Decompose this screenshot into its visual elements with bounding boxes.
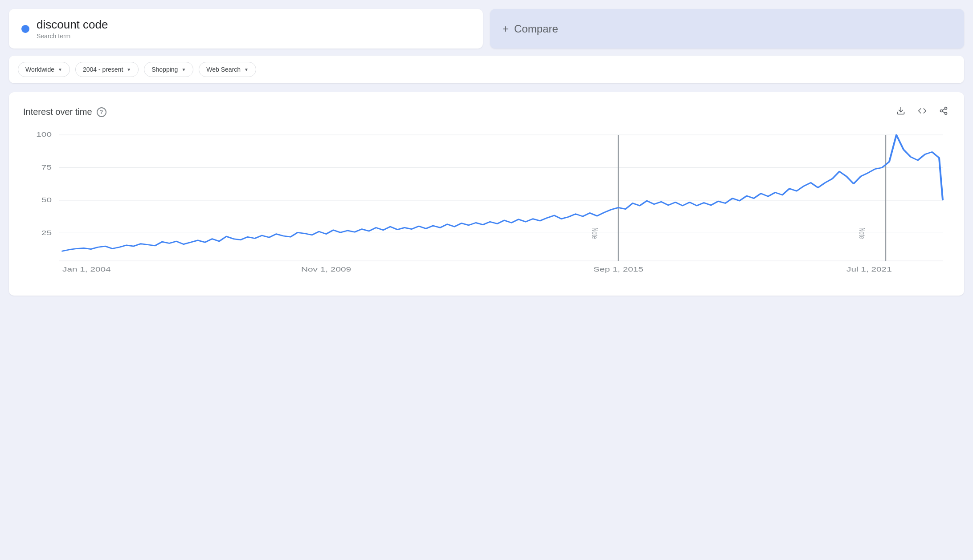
chart-title: Interest over time [23, 107, 92, 117]
chart-header: Interest over time ? [23, 105, 950, 119]
svg-text:Note: Note [858, 228, 867, 239]
svg-text:Jul 1, 2021: Jul 1, 2021 [846, 266, 892, 273]
term-color-indicator [21, 25, 29, 33]
trend-chart: 100 75 50 25 Note Note Jan 1, 2004 Nov 1… [23, 130, 950, 281]
filter-time-range[interactable]: 2004 - present ▼ [75, 62, 139, 77]
filter-location[interactable]: Worldwide ▼ [18, 62, 70, 77]
help-icon[interactable]: ? [97, 107, 106, 117]
chevron-down-icon: ▼ [181, 67, 186, 72]
chart-area: 100 75 50 25 Note Note Jan 1, 2004 Nov 1… [23, 130, 950, 281]
svg-text:75: 75 [41, 164, 52, 171]
download-icon[interactable] [895, 105, 907, 119]
svg-text:Jan 1, 2004: Jan 1, 2004 [62, 266, 111, 273]
chart-title-group: Interest over time ? [23, 107, 106, 117]
chevron-down-icon: ▼ [58, 67, 62, 72]
svg-text:50: 50 [41, 197, 52, 204]
filter-search-type[interactable]: Web Search ▼ [199, 62, 256, 77]
compare-card[interactable]: + Compare [490, 9, 964, 49]
share-icon[interactable] [937, 105, 950, 119]
embed-icon[interactable] [916, 105, 928, 119]
filters-row: Worldwide ▼ 2004 - present ▼ Shopping ▼ … [9, 56, 964, 83]
filter-location-label: Worldwide [25, 66, 54, 73]
svg-text:Sep 1, 2015: Sep 1, 2015 [593, 266, 643, 273]
svg-text:Note: Note [590, 228, 599, 239]
compare-plus-icon: + [503, 23, 509, 35]
svg-text:25: 25 [41, 229, 52, 236]
filter-category-label: Shopping [151, 66, 178, 73]
compare-label: Compare [514, 23, 558, 35]
chevron-down-icon: ▼ [244, 67, 249, 72]
svg-text:Nov 1, 2009: Nov 1, 2009 [301, 266, 351, 273]
chart-actions [895, 105, 950, 119]
chart-card: Interest over time ? [9, 92, 964, 296]
filter-search-type-label: Web Search [206, 66, 241, 73]
filter-category[interactable]: Shopping ▼ [144, 62, 193, 77]
filter-time-label: 2004 - present [83, 66, 123, 73]
search-term-name: discount code [37, 18, 108, 32]
search-term-card: discount code Search term [9, 9, 483, 49]
search-term-info: discount code Search term [37, 18, 108, 40]
svg-line-4 [942, 111, 945, 113]
top-row: discount code Search term + Compare [9, 9, 964, 49]
svg-line-5 [942, 109, 945, 110]
chevron-down-icon: ▼ [127, 67, 131, 72]
search-term-label: Search term [37, 32, 108, 40]
svg-text:100: 100 [36, 131, 52, 138]
